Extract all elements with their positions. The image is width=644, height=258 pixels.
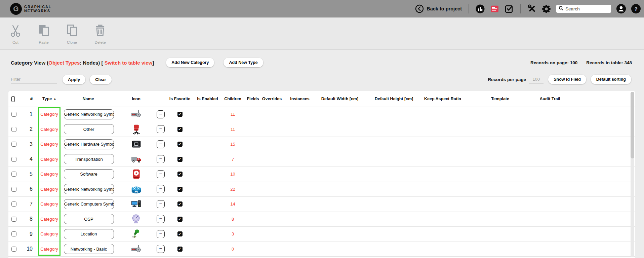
vertical-scrollbar[interactable] <box>631 92 634 257</box>
name-field[interactable] <box>64 124 114 134</box>
header-is-favorite[interactable]: Is Favorite <box>165 91 195 107</box>
is-favorite-checkbox[interactable] <box>177 217 183 222</box>
switch-to-table-view-link[interactable]: Switch to table view <box>105 60 153 66</box>
is-favorite-checkbox[interactable] <box>177 201 183 207</box>
is-favorite-checkbox[interactable] <box>177 172 183 177</box>
header-default-width[interactable]: Default Width [cm] <box>316 91 363 107</box>
back-to-project-button[interactable]: Back to project <box>415 4 462 13</box>
icon-picker-button[interactable]: ... <box>157 185 165 193</box>
row-checkbox[interactable] <box>11 217 16 222</box>
header-number[interactable]: # <box>24 91 38 107</box>
is-favorite-checkbox[interactable] <box>177 231 183 236</box>
search-input[interactable] <box>565 6 607 11</box>
paste-button[interactable]: Paste <box>33 17 54 49</box>
header-is-enabled[interactable]: Is Enabled <box>195 91 220 107</box>
type-link[interactable]: Category <box>40 172 58 177</box>
row-checkbox[interactable] <box>11 201 16 207</box>
gear-icon[interactable] <box>542 4 551 13</box>
children-link[interactable]: 22 <box>230 187 235 192</box>
header-default-height[interactable]: Default Height [cm] <box>363 91 425 107</box>
stats-icon[interactable] <box>476 4 485 13</box>
cut-button[interactable]: Cut <box>5 17 26 49</box>
header-audit-trail[interactable]: Audit Trail <box>539 91 560 107</box>
is-favorite-checkbox[interactable] <box>177 127 183 132</box>
tools-icon[interactable] <box>527 4 536 13</box>
icon-picker-button[interactable]: ... <box>157 110 165 118</box>
children-link[interactable]: 10 <box>230 172 235 177</box>
row-checkbox[interactable] <box>11 247 16 252</box>
name-field[interactable] <box>64 139 114 149</box>
header-icon[interactable]: Icon <box>116 91 156 107</box>
children-link[interactable]: 11 <box>231 127 235 132</box>
header-type[interactable]: Type▲ <box>38 91 61 107</box>
icon-picker-button[interactable]: ... <box>157 170 165 178</box>
header-fields[interactable]: Fields <box>245 91 260 107</box>
icon-picker-button[interactable]: ... <box>157 125 165 133</box>
is-favorite-checkbox[interactable] <box>177 112 183 117</box>
icon-picker-button[interactable]: ... <box>157 245 165 253</box>
name-field[interactable] <box>64 169 114 179</box>
scrollbar-thumb[interactable] <box>631 92 634 158</box>
records-per-page-input[interactable] <box>529 75 544 83</box>
default-sorting-button[interactable]: Default sorting <box>591 75 631 84</box>
type-link[interactable]: Category <box>40 112 58 117</box>
type-link[interactable]: Category <box>40 231 58 236</box>
type-link[interactable]: Category <box>40 201 58 207</box>
children-link[interactable]: 0 <box>232 247 234 252</box>
type-link[interactable]: Category <box>40 157 58 162</box>
clear-button[interactable]: Clear <box>90 75 112 84</box>
type-link[interactable]: Category <box>40 127 58 132</box>
header-instances[interactable]: Instances <box>283 91 316 107</box>
header-name[interactable]: Name <box>61 91 116 107</box>
name-field[interactable] <box>64 184 114 194</box>
name-field[interactable] <box>64 244 114 254</box>
name-field[interactable] <box>64 214 114 224</box>
children-link[interactable]: 11 <box>231 112 235 117</box>
row-checkbox[interactable] <box>11 187 16 192</box>
type-link[interactable]: Category <box>40 247 58 252</box>
children-link[interactable]: 7 <box>232 157 234 162</box>
add-new-category-button[interactable]: Add New Category <box>166 58 214 67</box>
add-new-type-button[interactable]: Add New Type <box>224 58 263 67</box>
is-favorite-checkbox[interactable] <box>177 142 183 147</box>
is-favorite-checkbox[interactable] <box>177 247 183 252</box>
children-link[interactable]: 14 <box>230 201 235 207</box>
icon-picker-button[interactable]: ... <box>157 155 165 163</box>
tasks-icon[interactable] <box>505 4 514 13</box>
is-favorite-checkbox[interactable] <box>177 157 183 162</box>
header-keep-aspect-ratio[interactable]: Keep Aspect Ratio <box>425 91 461 107</box>
row-checkbox[interactable] <box>11 127 16 132</box>
is-favorite-checkbox[interactable] <box>177 187 183 192</box>
filter-input[interactable] <box>11 75 57 83</box>
icon-picker-button[interactable]: ... <box>157 140 165 148</box>
header-overrides[interactable]: Overrides <box>260 91 283 107</box>
name-field[interactable] <box>64 229 114 239</box>
help-icon[interactable]: ? <box>631 4 641 13</box>
type-link[interactable]: Category <box>40 187 58 192</box>
type-link[interactable]: Category <box>40 142 58 147</box>
object-types-link[interactable]: Object Types <box>48 60 80 66</box>
children-link[interactable]: 8 <box>232 217 234 222</box>
delete-button[interactable]: Delete <box>89 17 111 49</box>
row-checkbox[interactable] <box>11 157 16 162</box>
row-checkbox[interactable] <box>11 142 16 147</box>
show-id-field-button[interactable]: Show Id Field <box>548 75 586 84</box>
name-field[interactable] <box>64 154 114 164</box>
children-link[interactable]: 3 <box>232 231 234 236</box>
row-checkbox[interactable] <box>11 112 16 117</box>
clone-button[interactable]: Clone <box>61 17 83 49</box>
name-field[interactable] <box>64 199 114 209</box>
icon-picker-button[interactable]: ... <box>157 215 165 223</box>
user-icon[interactable] <box>616 4 626 13</box>
icon-picker-button[interactable]: ... <box>157 230 165 238</box>
header-template[interactable]: Template <box>461 91 539 107</box>
apply-button[interactable]: Apply <box>63 75 85 84</box>
catalog-icon[interactable] <box>490 4 499 13</box>
type-link[interactable]: Category <box>40 217 58 222</box>
icon-picker-button[interactable]: ... <box>157 200 165 208</box>
header-children[interactable]: Children <box>220 91 245 107</box>
children-link[interactable]: 15 <box>230 142 235 147</box>
brand-logo[interactable]: G GRAPHICAL NETWORKS <box>10 3 51 15</box>
row-checkbox[interactable] <box>11 172 16 177</box>
row-checkbox[interactable] <box>11 231 16 236</box>
